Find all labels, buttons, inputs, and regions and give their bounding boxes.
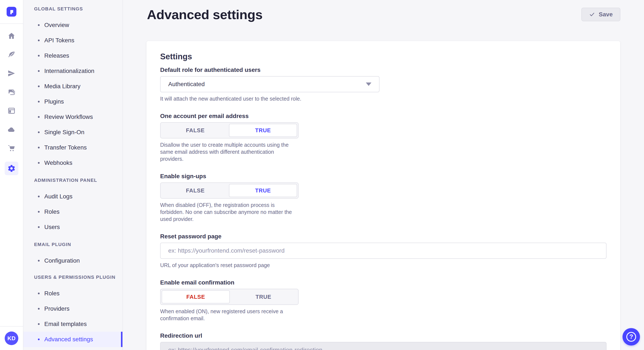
sidebar-item-email-templates[interactable]: Email templates [24,316,122,332]
sidebar-item-label: Transfer Tokens [44,144,87,151]
one-account-hint: Disallow the user to create multiple acc… [160,141,606,163]
page-title: Advanced settings [147,7,262,22]
bullet-icon [38,196,40,197]
bullet-icon [38,147,40,149]
rail-user-area: KD [0,326,23,350]
bullet-icon [38,55,40,57]
sidebar-item-advanced-settings[interactable]: Advanced settings [24,332,122,347]
sidebar-item-overview[interactable]: Overview [24,17,122,33]
bullet-icon [38,323,40,325]
sidebar-section-email-plugin: EMAIL PLUGIN Configuration [24,238,122,268]
rail-logo-area [0,0,23,24]
sidebar-item-email-configuration[interactable]: Configuration [24,253,122,268]
sidebar-item-label: API Tokens [44,37,74,44]
sidebar-section-title: USERS & PERMISSIONS PLUGIN [24,270,122,284]
toggle-option-true[interactable]: TRUE [230,290,297,303]
sidebar-item-transfer-tokens[interactable]: Transfer Tokens [24,140,122,155]
bullet-icon [38,116,40,118]
bullet-icon [38,131,40,133]
enable-signups-hint: When disabled (OFF), the registration pr… [160,201,606,223]
app-window: KD GLOBAL SETTINGS Overview API Tokens R… [0,0,644,350]
rail-item-releases[interactable] [5,69,18,77]
rail-item-marketplace[interactable] [5,144,18,152]
sidebar-item-label: Email templates [44,321,87,328]
toggle-option-true[interactable]: TRUE [229,184,297,197]
toggle-option-true[interactable]: TRUE [229,124,297,137]
sidebar-item-audit-logs[interactable]: Audit Logs [24,189,122,204]
bullet-icon [38,293,40,294]
bullet-icon [38,308,40,310]
check-icon [589,11,595,17]
sidebar-item-media-library[interactable]: Media Library [24,79,122,94]
sidebar-item-providers[interactable]: Providers [24,301,122,316]
user-avatar[interactable]: KD [5,332,18,345]
paper-plane-icon [8,69,16,77]
app-rail: KD [0,0,24,350]
help-button[interactable]: ? [622,328,640,346]
sidebar-item-label: Audit Logs [44,193,72,200]
rail-item-home[interactable] [5,32,18,40]
sidebar-item-label: Releases [44,52,69,59]
sidebar-item-api-tokens[interactable]: API Tokens [24,33,122,48]
chevron-down-icon [366,82,372,86]
sidebar-item-label: Single Sign-On [44,129,84,136]
sidebar-item-releases[interactable]: Releases [24,48,122,63]
sidebar-item-label: Roles [44,290,60,297]
cloud-icon [8,126,16,134]
sidebar-item-admin-users[interactable]: Users [24,219,122,235]
rail-item-deploy[interactable] [5,126,18,134]
cart-icon [8,144,16,152]
sidebar-section-admin-panel: ADMINISTRATION PANEL Audit Logs Roles Us… [24,174,122,235]
field-redirection-url: Redirection url [160,332,606,350]
save-button-label: Save [599,11,613,18]
sidebar-item-admin-roles[interactable]: Roles [24,204,122,219]
toggle-option-false[interactable]: FALSE [162,290,230,303]
home-icon [8,32,16,40]
strapi-logo[interactable] [6,7,16,16]
sidebar-section-title: GLOBAL SETTINGS [24,2,122,16]
sidebar-item-label: Media Library [44,83,80,90]
toggle-option-false[interactable]: FALSE [162,124,229,137]
bullet-icon [38,24,40,26]
sidebar-item-label: Roles [44,208,60,215]
redirection-url-input [160,342,606,350]
sidebar-item-label: Advanced settings [44,336,93,343]
sidebar-item-label: Plugins [44,98,64,105]
reset-password-input[interactable] [160,243,606,259]
default-role-value: Authenticated [168,81,205,88]
layout-icon [8,107,16,115]
strapi-logo-icon [8,8,15,15]
sidebar-item-label: Webhooks [44,160,72,166]
bullet-icon [38,162,40,164]
save-button[interactable]: Save [582,8,620,21]
bullet-icon [38,260,40,262]
sidebar-section-title: EMAIL PLUGIN [24,238,122,251]
reset-password-label: Reset password page [160,233,606,240]
rail-item-content-builder[interactable] [5,51,18,59]
one-account-label: One account per email address [160,113,606,120]
sidebar-item-label: Configuration [44,257,80,264]
one-account-toggle[interactable]: FALSE TRUE [160,122,298,138]
email-confirmation-toggle[interactable]: FALSE TRUE [160,289,298,305]
page-header: Advanced settings Save [123,0,644,23]
sidebar-item-internationalization[interactable]: Internationalization [24,63,122,79]
enable-signups-toggle[interactable]: FALSE TRUE [160,182,298,199]
sidebar-item-single-sign-on[interactable]: Single Sign-On [24,125,122,140]
rail-item-media-library[interactable] [5,88,18,96]
sidebar-item-review-workflows[interactable]: Review Workflows [24,109,122,125]
sidebar-item-plugins[interactable]: Plugins [24,94,122,109]
sidebar-item-label: Providers [44,305,70,312]
sidebar-section-global: GLOBAL SETTINGS Overview API Tokens Rele… [24,2,122,171]
sidebar-item-label: Overview [44,22,69,28]
sidebar-item-up-roles[interactable]: Roles [24,286,122,301]
field-default-role: Default role for authenticated users Aut… [160,66,606,102]
rail-item-settings[interactable] [5,162,18,175]
sidebar-item-webhooks[interactable]: Webhooks [24,155,122,171]
field-email-confirmation: Enable email confirmation FALSE TRUE Whe… [160,279,606,322]
bullet-icon [38,70,40,72]
default-role-select[interactable]: Authenticated [160,76,380,92]
rail-item-content-manager[interactable] [5,107,18,115]
toggle-option-false[interactable]: FALSE [162,184,229,197]
card-title: Settings [160,52,606,61]
bullet-icon [38,39,40,41]
